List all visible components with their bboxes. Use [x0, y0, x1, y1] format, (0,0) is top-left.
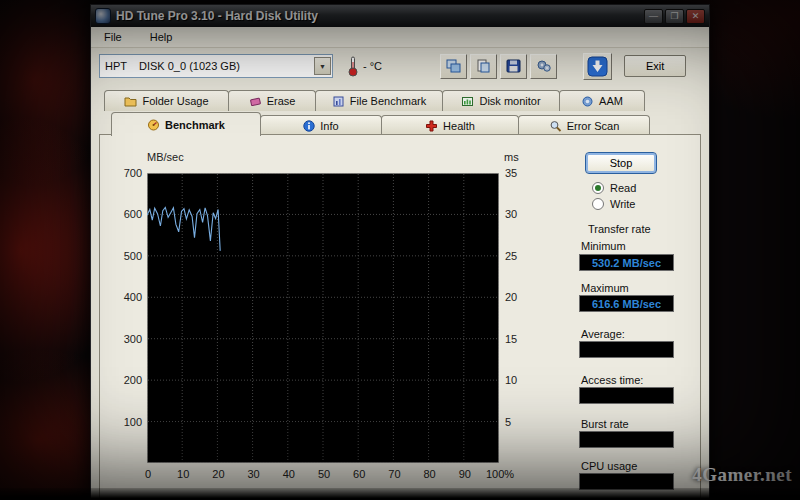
- read-radio-label: Read: [610, 182, 636, 194]
- axis-tick-label: 500: [108, 250, 142, 262]
- save-icon-button[interactable]: [500, 54, 527, 79]
- aam-icon: [581, 96, 594, 107]
- title-bar[interactable]: HD Tune Pro 3.10 - Hard Disk Utility — ❐…: [91, 5, 709, 27]
- hdtune-window: HD Tune Pro 3.10 - Hard Disk Utility — ❐…: [90, 4, 710, 500]
- menu-help[interactable]: Help: [147, 30, 176, 44]
- write-radio-circle: [592, 198, 604, 210]
- axis-tick-label: 40: [272, 468, 306, 480]
- photo-bottom-edge: [0, 488, 800, 500]
- read-radio-circle: [592, 182, 604, 194]
- axis-tick-label: 90: [448, 468, 482, 480]
- axis-tick-label: 5: [505, 416, 529, 428]
- minimum-value: 530.2 MB/sec: [579, 254, 674, 271]
- read-radio[interactable]: Read: [592, 182, 636, 194]
- exit-button[interactable]: Exit: [624, 55, 686, 77]
- axis-tick-label: 35: [505, 167, 529, 179]
- photo-background: HD Tune Pro 3.10 - Hard Disk Utility — ❐…: [0, 0, 800, 500]
- axis-tick-label: 100: [108, 416, 142, 428]
- axis-tick-label: 50: [307, 468, 341, 480]
- copy-button[interactable]: [470, 54, 497, 79]
- disk-monitor-icon: [461, 96, 474, 107]
- tab-error-scan[interactable]: Error Scan: [518, 115, 650, 136]
- axis-tick-label: 100%: [483, 468, 517, 480]
- chevron-down-icon[interactable]: ▼: [314, 57, 331, 75]
- axis-tick-label: 300: [108, 333, 142, 345]
- health-cross-icon: [425, 120, 438, 132]
- menu-bar: File Help: [91, 27, 709, 48]
- menu-file[interactable]: File: [101, 30, 125, 44]
- axis-tick-label: 200: [108, 374, 142, 386]
- axis-tick-label: 10: [166, 468, 200, 480]
- maximum-value: 616.6 MB/sec: [579, 295, 674, 312]
- options-gears-icon-button[interactable]: [530, 54, 557, 79]
- axis-tick-label: 20: [505, 291, 529, 303]
- window-title: HD Tune Pro 3.10 - Hard Disk Utility: [116, 9, 318, 23]
- burst-rate-value: [579, 431, 674, 448]
- axis-tick-label: 20: [201, 468, 235, 480]
- info-icon: [303, 120, 315, 132]
- arrow-down-button[interactable]: [583, 53, 612, 80]
- app-icon: [95, 8, 111, 24]
- axis-tick-label: 600: [108, 208, 142, 220]
- axis-tick-label: 70: [377, 468, 411, 480]
- axis-tick-label: 0: [131, 468, 165, 480]
- tab-aam[interactable]: AAM: [559, 90, 645, 111]
- copy-screenshot-button[interactable]: [440, 54, 467, 79]
- toolbar: HPT DISK 0_0 (1023 GB) ▼ - °C: [91, 48, 709, 84]
- toolbar-buttons: [440, 54, 557, 79]
- access-time-value: [579, 387, 674, 404]
- tab-file-benchmark[interactable]: File Benchmark: [315, 90, 443, 111]
- watermark: 4Gamer.net: [692, 464, 792, 486]
- axis-tick-label: 30: [505, 208, 529, 220]
- transfer-rate-title: Transfer rate: [588, 223, 651, 235]
- axis-tick-label: 30: [237, 468, 271, 480]
- axis-tick-label: 10: [505, 374, 529, 386]
- axis-tick-label: 700: [108, 167, 142, 179]
- minimize-icon[interactable]: —: [644, 9, 663, 24]
- axis-tick-label: 400: [108, 291, 142, 303]
- benchmark-icon: [147, 119, 160, 131]
- benchmark-panel: MB/sec ms Stop Read Write Transfer rate …: [99, 134, 701, 500]
- maximum-label: Maximum: [581, 282, 629, 294]
- tab-folder-usage[interactable]: Folder Usage: [104, 90, 229, 111]
- benchmark-plot: [147, 173, 499, 463]
- axis-tick-label: 60: [342, 468, 376, 480]
- drive-select[interactable]: HPT DISK 0_0 (1023 GB) ▼: [99, 54, 333, 78]
- access-time-label: Access time:: [581, 374, 643, 386]
- close-icon[interactable]: ✕: [686, 9, 705, 24]
- minimum-label: Minimum: [581, 240, 626, 252]
- drive-select-value: HPT DISK 0_0 (1023 GB): [100, 60, 314, 72]
- tab-row-bottom: Benchmark Info Health Error Scan: [111, 112, 649, 136]
- axis-tick-label: 25: [505, 250, 529, 262]
- y-axis-left-title: MB/sec: [147, 151, 184, 163]
- write-radio-label: Write: [610, 198, 635, 210]
- tab-benchmark[interactable]: Benchmark: [111, 112, 261, 136]
- write-radio[interactable]: Write: [592, 198, 635, 210]
- stop-button[interactable]: Stop: [585, 152, 657, 174]
- file-benchmark-icon: [332, 96, 345, 107]
- cpu-usage-label: CPU usage: [581, 460, 637, 472]
- tab-disk-monitor[interactable]: Disk monitor: [442, 90, 560, 111]
- axis-tick-label: 80: [413, 468, 447, 480]
- tab-info[interactable]: Info: [260, 115, 382, 136]
- tab-row-top: Folder Usage Erase File Benchmark Disk m…: [104, 90, 644, 111]
- y-axis-right-title: ms: [504, 151, 519, 163]
- average-label: Average:: [581, 328, 625, 340]
- average-value: [579, 341, 674, 358]
- temperature-value: - °C: [363, 60, 382, 72]
- axis-tick-label: 15: [505, 333, 529, 345]
- eraser-icon: [249, 96, 262, 107]
- tab-health[interactable]: Health: [381, 115, 519, 136]
- burst-rate-label: Burst rate: [581, 418, 629, 430]
- maximize-icon[interactable]: ❐: [665, 9, 684, 24]
- magnifier-icon: [549, 120, 562, 132]
- thermometer-icon: [347, 55, 359, 77]
- tab-erase[interactable]: Erase: [228, 90, 316, 111]
- folder-icon: [124, 96, 137, 107]
